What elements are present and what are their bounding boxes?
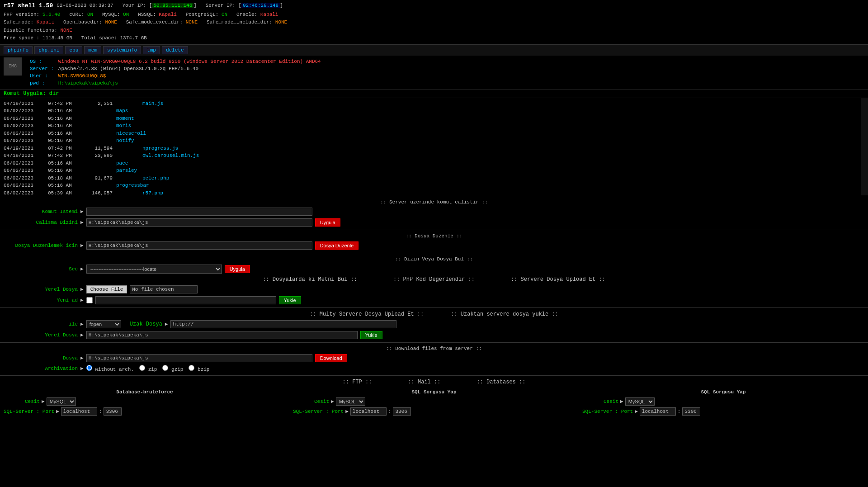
sql1-server-row: SQL-Server : Port ▶ : — [293, 407, 575, 416]
databases-title: :: Databases :: — [476, 379, 525, 385]
arch-gzip-radio[interactable] — [162, 365, 168, 371]
pwd-val: H:\sipekak\sipeka\js — [57, 80, 323, 86]
yeni-ad-input[interactable] — [95, 296, 276, 304]
dosya-duzenle-button[interactable]: Dosya Duzenle — [315, 241, 359, 250]
dosya-duzenle-title: :: Dosya Duzenle :: — [0, 232, 868, 240]
nav-mem[interactable]: mem — [84, 46, 101, 54]
dir-tag: maps — [116, 107, 139, 115]
nav-systeminfo[interactable]: systeminfo — [103, 46, 141, 54]
arch-gzip[interactable]: gzip — [162, 365, 183, 372]
yeni-ad-checkbox[interactable] — [86, 297, 93, 303]
db-bruteforce-title: Database-bruteforce — [4, 388, 286, 397]
komut-istemi-input[interactable] — [86, 208, 312, 216]
sql2-cesit-row: Cesit ▶ MySQL MSSQL — [582, 397, 864, 407]
db-server-input[interactable] — [61, 407, 97, 416]
dir-name[interactable]: progressbar — [116, 183, 149, 188]
dir-name[interactable]: maps — [116, 108, 128, 113]
dir-size: 2,351 — [76, 100, 113, 108]
arch-without-radio[interactable] — [86, 365, 92, 371]
archivation-row: Archivation ▶ without arch. zip gzip bzi… — [0, 364, 868, 374]
scrollbar[interactable] — [861, 98, 868, 195]
dir-name[interactable]: pace — [116, 161, 128, 166]
komut-val: dir — [49, 90, 59, 97]
db-server-row: SQL-Server : Port ▶ : — [4, 407, 286, 416]
table-row: 06/02/2023 05:16 AM progressbar — [4, 182, 864, 189]
yukle-button[interactable]: Yukle — [279, 296, 301, 304]
dir-name[interactable]: peler.php — [142, 175, 169, 182]
sql2-port-input[interactable] — [682, 407, 700, 416]
dir-time: 05:39 AM — [48, 189, 73, 195]
dizin-uygula-button[interactable]: Uygula — [225, 265, 250, 273]
nav-delete[interactable]: delete — [162, 46, 188, 54]
arch-bzip[interactable]: bzip — [189, 365, 209, 372]
dir-size — [76, 160, 113, 167]
nav-cpu[interactable]: cpu — [65, 46, 82, 54]
download-button[interactable]: Download — [315, 354, 347, 362]
table-row: 06/02/2023 05:16 AM notify — [4, 137, 864, 145]
nav-tmp[interactable]: tmp — [143, 46, 160, 54]
dir-name[interactable]: r57.php — [142, 189, 163, 195]
arch-bzip-radio[interactable] — [189, 365, 194, 371]
arch-zip-radio[interactable] — [139, 365, 145, 371]
dir-name[interactable]: notify — [116, 138, 134, 143]
sql2-cesit-select[interactable]: MySQL MSSQL — [625, 397, 655, 406]
arch-zip[interactable]: zip — [139, 365, 157, 372]
sql1-server-input[interactable] — [350, 407, 387, 416]
sql1-server-label: SQL-Server : Port — [293, 409, 344, 414]
choose-file-button[interactable]: Choose File — [86, 285, 127, 293]
dosya-row: Dosya ▶ Download — [0, 353, 868, 364]
yerel-dosya-row: Yerel Dosya ▶ Choose File No file chosen — [0, 284, 868, 295]
table-row: 06/02/2023 05:16 AM moment — [4, 115, 864, 123]
calisma-dizini-input[interactable] — [86, 218, 312, 227]
dir-name[interactable]: parsley — [116, 168, 137, 173]
db-port-input[interactable] — [104, 407, 122, 416]
nav-bar: phpinfo php.ini cpu mem systeminfo tmp d… — [0, 45, 868, 56]
sql-sorgusu1-col: SQL Sorgusu Yap Cesit ▶ MySQL MSSQL SQL-… — [289, 387, 579, 418]
pwd-label: pwd : — [28, 80, 56, 86]
dir-date: 06/02/2023 — [4, 122, 44, 130]
calisma-dizini-label: Calisma Dizini — [5, 220, 78, 225]
table-row: 06/02/2023 05:18 AM 91,679 peler.php — [4, 175, 864, 182]
file-chosen-text: No file chosen — [130, 285, 198, 293]
komut-istemi-label: Komut Istemi — [5, 209, 78, 214]
db-cesit-row: Cesit ▶ MySQL MSSQL — [4, 397, 286, 407]
dir-tag: moment — [116, 115, 139, 123]
yerel-dosya2-input[interactable] — [86, 331, 358, 339]
dir-name[interactable]: nprogress.js — [142, 145, 178, 152]
db-cesit-select[interactable]: MySQL MSSQL — [47, 397, 76, 406]
nav-phpinfo[interactable]: phpinfo — [4, 46, 33, 54]
arch-without[interactable]: without arch. — [86, 365, 134, 372]
dir-date: 04/19/2021 — [4, 100, 44, 108]
dir-tag — [116, 175, 139, 182]
header-space: Free space : 1118.48 GB Total space: 137… — [4, 34, 864, 43]
sql2-server-input[interactable] — [640, 407, 676, 416]
table-row: 06/02/2023 05:16 AM parsley — [4, 167, 864, 175]
table-row: 04/19/2021 07:42 PM 2,351 main.js — [4, 100, 864, 108]
dir-name[interactable]: owl.carousel.min.js — [142, 152, 199, 160]
yukle2-button[interactable]: Yukle — [360, 331, 382, 339]
dizin-dosya-bul-title: :: Dizin Veya Dosya Bul :: — [0, 255, 868, 263]
uzak-dosya-input[interactable] — [170, 320, 396, 328]
komut-uygula-bar: Komut Uygula: dir — [0, 90, 868, 98]
dir-name[interactable]: main.js — [142, 100, 163, 108]
nav-phpini[interactable]: php.ini — [34, 46, 63, 54]
dir-name[interactable]: moris — [116, 123, 131, 128]
dir-time: 07:42 PM — [48, 100, 73, 108]
sql1-port-input[interactable] — [393, 407, 411, 416]
dir-name[interactable]: moment — [116, 116, 134, 121]
dir-name[interactable]: nicescroll — [116, 131, 146, 136]
locate-select[interactable]: --------------------------------locate — [86, 265, 222, 274]
yeni-ad-row: Yeni ad ▶ Yukle — [0, 295, 868, 306]
table-row: 06/02/2023 05:39 AM 146,957 r57.php — [4, 189, 864, 195]
header-safemode: Safe_mode: Kapali Open_basedir: NONE Saf… — [4, 19, 864, 27]
sec-row: Sec ▶ --------------------------------lo… — [0, 263, 868, 275]
sql1-cesit-select[interactable]: MySQL MSSQL — [336, 397, 365, 406]
ile-select[interactable]: fopen fsockopen — [86, 320, 121, 328]
dosya-input[interactable] — [86, 354, 312, 362]
server-logo: IMG — [4, 57, 22, 76]
ftp-title: :: FTP :: — [343, 379, 372, 385]
uygula-button[interactable]: Uygula — [315, 218, 340, 227]
dir-date: 04/19/2021 — [4, 145, 44, 152]
dosya-duzenle-input[interactable] — [86, 241, 312, 250]
sec-label: Sec — [5, 266, 78, 272]
